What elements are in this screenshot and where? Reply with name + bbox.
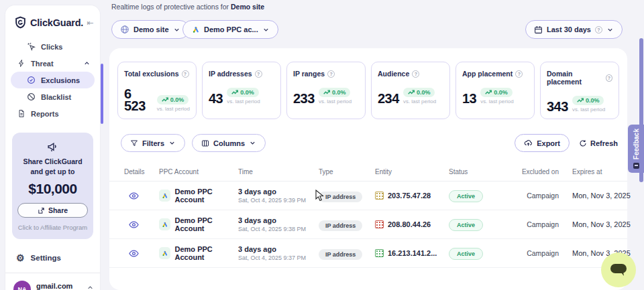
table-row[interactable]: Demo PPC Account 3 days ago Sat, Oct 4, …: [109, 182, 627, 210]
stat-label: IP ranges: [293, 70, 325, 78]
col-header-type[interactable]: Type: [319, 168, 375, 175]
col-header-excluded-on[interactable]: Excluded on: [522, 168, 559, 175]
speech-bubble-icon: [610, 263, 627, 277]
delta-badge: 0.0%: [572, 96, 604, 105]
delta-badge: 0.0%: [319, 88, 351, 97]
sidebar-collapse-button[interactable]: ⇤: [87, 18, 93, 27]
details-eye-button[interactable]: [128, 248, 140, 259]
sidebar-item-settings[interactable]: ⚙ Settings: [5, 252, 100, 263]
chevron-up-icon[interactable]: [83, 60, 100, 67]
globe-icon: [120, 25, 129, 34]
table-row[interactable]: Demo PPC Account 3 days ago Sat, Oct 4, …: [109, 210, 627, 239]
subtitle-site-name: Demo site: [231, 3, 264, 11]
prohibited-icon: [27, 92, 36, 101]
info-icon[interactable]: ?: [606, 74, 612, 82]
cursor-click-icon: [27, 42, 36, 51]
stat-caption: vs. last period: [403, 98, 436, 104]
stat-caption: vs. last period: [157, 106, 190, 112]
stat-value: 43: [209, 92, 223, 104]
delta-badge: 0.0%: [227, 88, 259, 97]
google-ads-icon: [191, 25, 200, 34]
date-range-label: Last 30 days: [547, 25, 591, 33]
trend-up-icon: [323, 90, 330, 95]
stat-value: 233: [293, 92, 315, 104]
promo-amount: $10,000: [17, 181, 88, 197]
col-header-status[interactable]: Status: [449, 168, 516, 175]
document-icon: [17, 109, 25, 118]
sidebar-item-blacklist[interactable]: Blacklist: [5, 88, 100, 105]
col-header-expires-at[interactable]: Expires at: [559, 168, 626, 175]
account-switcher[interactable]: NA gmail.com naatali.ro@gmail.com: [5, 273, 100, 290]
affiliate-link[interactable]: Click to Affiliate Program: [17, 224, 88, 231]
sidebar-scrollbar-thumb[interactable]: [101, 64, 103, 124]
columns-button[interactable]: Columns: [192, 134, 266, 152]
share-button[interactable]: Share: [17, 203, 88, 218]
table-body: Demo PPC Account 3 days ago Sat, Oct 4, …: [109, 182, 627, 268]
entity-cell: 203.75.47.28: [375, 192, 449, 200]
details-eye-button[interactable]: [128, 191, 140, 201]
sidebar-item-threat[interactable]: Threat: [5, 55, 100, 72]
clickguard-shield-logo-icon: [14, 16, 27, 29]
google-ads-icon: [159, 218, 170, 230]
details-eye-button[interactable]: [128, 220, 140, 230]
col-header-details[interactable]: Details: [124, 168, 159, 175]
delta-badge: 0.0%: [403, 88, 435, 97]
info-icon: ?: [595, 26, 602, 33]
stat-label: IP addresses: [209, 70, 252, 78]
filters-button[interactable]: Filters: [121, 134, 185, 152]
trend-up-icon: [577, 98, 584, 103]
sidebar-item-reports[interactable]: Reports: [5, 105, 100, 122]
stat-label: Domain placement: [547, 70, 603, 86]
ppc-account-cell: Demo PPC Account: [159, 245, 238, 261]
export-button[interactable]: Export: [515, 134, 570, 152]
avatar: NA: [13, 281, 31, 290]
stat-label: Total exclusions: [124, 70, 179, 78]
info-icon[interactable]: ?: [255, 70, 262, 78]
columns-icon: [201, 139, 209, 147]
share-button-label: Share: [48, 206, 68, 214]
time-cell: 3 days ago Sat, Oct 4, 2025 9:39 PM: [238, 188, 319, 204]
type-cell: IP address: [319, 247, 375, 260]
trend-up-icon: [231, 90, 238, 95]
affiliate-promo-card[interactable]: Share ClickGuard and get up to $10,000 S…: [12, 133, 93, 239]
col-header-entity[interactable]: Entity: [375, 168, 449, 175]
col-header-ppc-account[interactable]: PPC Account: [159, 168, 238, 175]
chat-launcher-button[interactable]: [601, 252, 636, 287]
info-icon[interactable]: ?: [515, 70, 523, 78]
promo-title: Share ClickGuard and get up to: [17, 157, 88, 176]
stat-card: IP addresses ? 43 0.0% vs. last period: [202, 62, 281, 119]
filters-label: Filters: [142, 139, 164, 147]
page-scrollbar-thumb[interactable]: [639, 38, 643, 182]
table-row[interactable]: Demo PPC Account 3 days ago Sat, Oct 4, …: [109, 239, 627, 268]
refresh-button[interactable]: Refresh: [579, 139, 618, 147]
type-badge: IP address: [319, 192, 362, 202]
col-header-time[interactable]: Time: [238, 168, 319, 175]
sidebar-item-clicks[interactable]: Clicks: [5, 38, 100, 55]
expires-at-cell: Mon, Nov 3, 2025: [559, 192, 626, 200]
stat-value: 234: [378, 92, 399, 104]
trend-up-icon: [162, 97, 168, 102]
stat-caption: vs. last period: [572, 106, 605, 113]
site-filter-dropdown[interactable]: Demo site: [111, 20, 189, 39]
sidebar-item-label: Exclusions: [41, 76, 80, 84]
main-panel: Total exclusions ? 6 523 0.0% vs. last p…: [109, 48, 627, 290]
export-label: Export: [537, 139, 560, 147]
excluded-on-cell: Campaign: [527, 192, 559, 200]
info-icon[interactable]: ?: [182, 70, 189, 78]
info-icon[interactable]: ?: [412, 70, 419, 78]
stat-caption: vs. last period: [227, 98, 260, 104]
calendar-icon: [534, 25, 543, 34]
ppc-account-cell: Demo PPC Account: [159, 216, 238, 232]
chevron-down-icon: [262, 26, 270, 33]
sidebar-item-exclusions[interactable]: Exclusions: [11, 72, 95, 88]
google-ads-icon: [159, 190, 170, 202]
time-cell: 3 days ago Sat, Oct 4, 2025 9:37 PM: [238, 245, 319, 261]
chevron-down-icon: [168, 139, 176, 147]
ppc-account-filter-dropdown[interactable]: Demo PPC ac...: [182, 20, 278, 39]
stat-label: App placement: [462, 70, 513, 78]
date-range-dropdown[interactable]: Last 30 days ?: [525, 20, 623, 39]
refresh-label: Refresh: [590, 139, 618, 147]
info-icon[interactable]: ?: [327, 70, 335, 78]
ppc-account-filter-label: Demo PPC ac...: [204, 25, 258, 33]
funnel-icon: [130, 139, 138, 147]
